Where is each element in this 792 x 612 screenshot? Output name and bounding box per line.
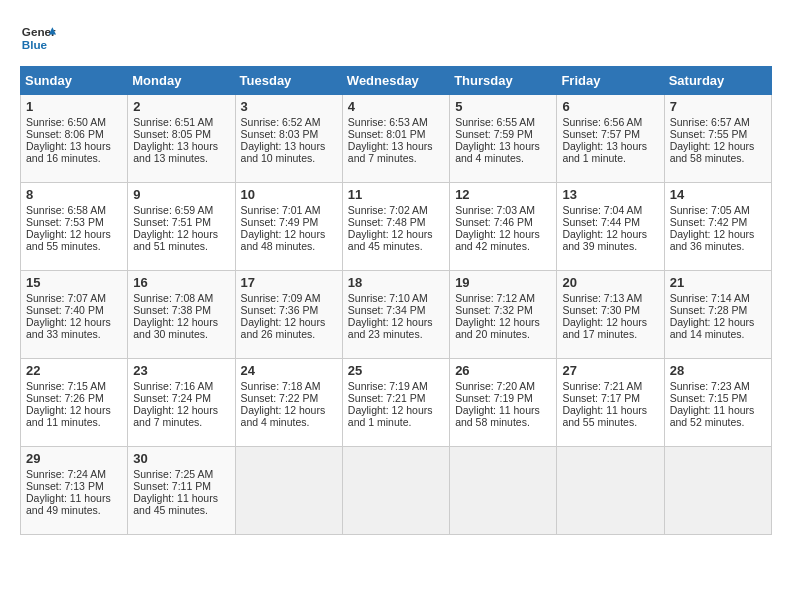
daylight-minutes: and 4 minutes.	[241, 416, 310, 428]
calendar-cell: 13 Sunrise: 7:04 AM Sunset: 7:44 PM Dayl…	[557, 183, 664, 271]
sunrise-text: Sunrise: 7:05 AM	[670, 204, 750, 216]
calendar-cell: 5 Sunrise: 6:55 AM Sunset: 7:59 PM Dayli…	[450, 95, 557, 183]
header-row: SundayMondayTuesdayWednesdayThursdayFrid…	[21, 67, 772, 95]
daylight-minutes: and 42 minutes.	[455, 240, 530, 252]
sunset-text: Sunset: 7:46 PM	[455, 216, 533, 228]
sunset-text: Sunset: 7:30 PM	[562, 304, 640, 316]
sunrise-text: Sunrise: 7:15 AM	[26, 380, 106, 392]
sunset-text: Sunset: 7:53 PM	[26, 216, 104, 228]
calendar-cell: 1 Sunrise: 6:50 AM Sunset: 8:06 PM Dayli…	[21, 95, 128, 183]
sunrise-text: Sunrise: 6:51 AM	[133, 116, 213, 128]
sunset-text: Sunset: 7:44 PM	[562, 216, 640, 228]
sunrise-text: Sunrise: 7:10 AM	[348, 292, 428, 304]
sunset-text: Sunset: 7:38 PM	[133, 304, 211, 316]
calendar-cell: 4 Sunrise: 6:53 AM Sunset: 8:01 PM Dayli…	[342, 95, 449, 183]
daylight-minutes: and 14 minutes.	[670, 328, 745, 340]
daylight-hours: Daylight: 12 hours	[26, 404, 111, 416]
daylight-minutes: and 55 minutes.	[26, 240, 101, 252]
daylight-minutes: and 10 minutes.	[241, 152, 316, 164]
sunrise-text: Sunrise: 7:20 AM	[455, 380, 535, 392]
column-header-tuesday: Tuesday	[235, 67, 342, 95]
daylight-hours: Daylight: 13 hours	[133, 140, 218, 152]
daylight-hours: Daylight: 11 hours	[455, 404, 540, 416]
day-number: 27	[562, 363, 658, 378]
calendar-cell: 10 Sunrise: 7:01 AM Sunset: 7:49 PM Dayl…	[235, 183, 342, 271]
sunrise-text: Sunrise: 7:19 AM	[348, 380, 428, 392]
sunset-text: Sunset: 7:19 PM	[455, 392, 533, 404]
calendar-cell: 27 Sunrise: 7:21 AM Sunset: 7:17 PM Dayl…	[557, 359, 664, 447]
calendar-cell: 9 Sunrise: 6:59 AM Sunset: 7:51 PM Dayli…	[128, 183, 235, 271]
logo: General Blue	[20, 20, 56, 56]
calendar-cell: 14 Sunrise: 7:05 AM Sunset: 7:42 PM Dayl…	[664, 183, 771, 271]
sunrise-text: Sunrise: 6:53 AM	[348, 116, 428, 128]
sunrise-text: Sunrise: 6:59 AM	[133, 204, 213, 216]
calendar-cell: 21 Sunrise: 7:14 AM Sunset: 7:28 PM Dayl…	[664, 271, 771, 359]
daylight-minutes: and 49 minutes.	[26, 504, 101, 516]
daylight-minutes: and 58 minutes.	[670, 152, 745, 164]
day-number: 15	[26, 275, 122, 290]
sunset-text: Sunset: 8:05 PM	[133, 128, 211, 140]
sunset-text: Sunset: 7:13 PM	[26, 480, 104, 492]
calendar-cell: 15 Sunrise: 7:07 AM Sunset: 7:40 PM Dayl…	[21, 271, 128, 359]
daylight-minutes: and 36 minutes.	[670, 240, 745, 252]
day-number: 1	[26, 99, 122, 114]
sunrise-text: Sunrise: 7:24 AM	[26, 468, 106, 480]
sunset-text: Sunset: 8:01 PM	[348, 128, 426, 140]
daylight-minutes: and 58 minutes.	[455, 416, 530, 428]
sunset-text: Sunset: 7:11 PM	[133, 480, 211, 492]
calendar-week-3: 15 Sunrise: 7:07 AM Sunset: 7:40 PM Dayl…	[21, 271, 772, 359]
day-number: 29	[26, 451, 122, 466]
calendar-cell: 30 Sunrise: 7:25 AM Sunset: 7:11 PM Dayl…	[128, 447, 235, 535]
daylight-minutes: and 13 minutes.	[133, 152, 208, 164]
daylight-minutes: and 45 minutes.	[348, 240, 423, 252]
column-header-wednesday: Wednesday	[342, 67, 449, 95]
calendar-cell: 29 Sunrise: 7:24 AM Sunset: 7:13 PM Dayl…	[21, 447, 128, 535]
sunset-text: Sunset: 7:26 PM	[26, 392, 104, 404]
daylight-hours: Daylight: 12 hours	[670, 140, 755, 152]
day-number: 14	[670, 187, 766, 202]
daylight-minutes: and 33 minutes.	[26, 328, 101, 340]
day-number: 9	[133, 187, 229, 202]
sunset-text: Sunset: 7:40 PM	[26, 304, 104, 316]
day-number: 24	[241, 363, 337, 378]
calendar-cell: 22 Sunrise: 7:15 AM Sunset: 7:26 PM Dayl…	[21, 359, 128, 447]
calendar-cell: 19 Sunrise: 7:12 AM Sunset: 7:32 PM Dayl…	[450, 271, 557, 359]
day-number: 22	[26, 363, 122, 378]
daylight-hours: Daylight: 12 hours	[562, 228, 647, 240]
daylight-hours: Daylight: 11 hours	[670, 404, 755, 416]
daylight-hours: Daylight: 13 hours	[26, 140, 111, 152]
calendar-cell: 6 Sunrise: 6:56 AM Sunset: 7:57 PM Dayli…	[557, 95, 664, 183]
daylight-hours: Daylight: 13 hours	[348, 140, 433, 152]
sunrise-text: Sunrise: 7:21 AM	[562, 380, 642, 392]
calendar-cell: 18 Sunrise: 7:10 AM Sunset: 7:34 PM Dayl…	[342, 271, 449, 359]
daylight-minutes: and 11 minutes.	[26, 416, 101, 428]
calendar-cell: 23 Sunrise: 7:16 AM Sunset: 7:24 PM Dayl…	[128, 359, 235, 447]
sunset-text: Sunset: 7:49 PM	[241, 216, 319, 228]
calendar-cell: 12 Sunrise: 7:03 AM Sunset: 7:46 PM Dayl…	[450, 183, 557, 271]
svg-text:Blue: Blue	[22, 38, 48, 51]
calendar-cell	[557, 447, 664, 535]
daylight-hours: Daylight: 13 hours	[241, 140, 326, 152]
day-number: 5	[455, 99, 551, 114]
calendar-cell: 24 Sunrise: 7:18 AM Sunset: 7:22 PM Dayl…	[235, 359, 342, 447]
sunset-text: Sunset: 7:42 PM	[670, 216, 748, 228]
daylight-hours: Daylight: 11 hours	[562, 404, 647, 416]
daylight-hours: Daylight: 12 hours	[241, 404, 326, 416]
daylight-minutes: and 17 minutes.	[562, 328, 637, 340]
sunrise-text: Sunrise: 7:12 AM	[455, 292, 535, 304]
daylight-minutes: and 7 minutes.	[133, 416, 202, 428]
day-number: 12	[455, 187, 551, 202]
day-number: 19	[455, 275, 551, 290]
sunrise-text: Sunrise: 7:01 AM	[241, 204, 321, 216]
calendar-cell: 3 Sunrise: 6:52 AM Sunset: 8:03 PM Dayli…	[235, 95, 342, 183]
daylight-minutes: and 39 minutes.	[562, 240, 637, 252]
daylight-hours: Daylight: 12 hours	[26, 228, 111, 240]
sunrise-text: Sunrise: 6:57 AM	[670, 116, 750, 128]
sunrise-text: Sunrise: 7:02 AM	[348, 204, 428, 216]
sunset-text: Sunset: 7:21 PM	[348, 392, 426, 404]
sunset-text: Sunset: 8:03 PM	[241, 128, 319, 140]
daylight-minutes: and 16 minutes.	[26, 152, 101, 164]
day-number: 25	[348, 363, 444, 378]
calendar-cell: 7 Sunrise: 6:57 AM Sunset: 7:55 PM Dayli…	[664, 95, 771, 183]
daylight-minutes: and 1 minute.	[562, 152, 626, 164]
